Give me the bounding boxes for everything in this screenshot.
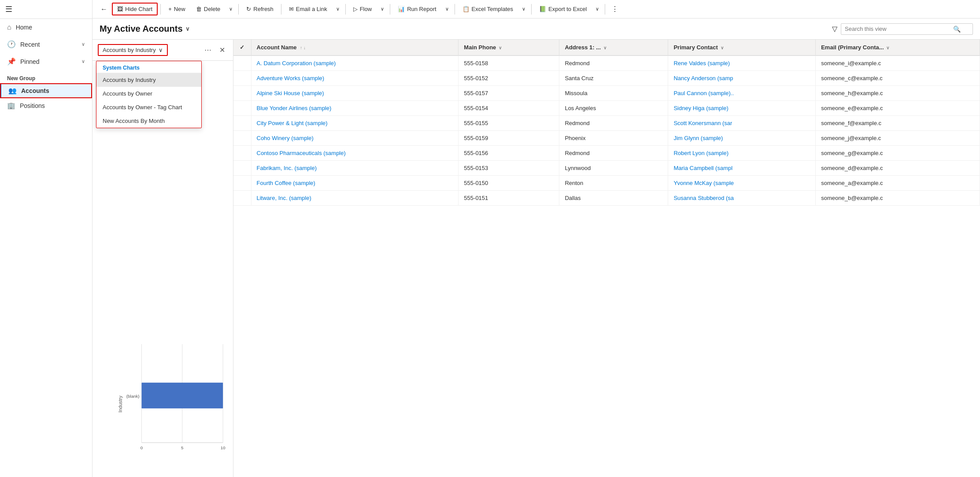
row-check-7[interactable]: [233, 161, 251, 176]
excel-templates-button[interactable]: 📋 Excel Templates: [458, 3, 518, 15]
delete-icon: 🗑: [196, 6, 202, 12]
sidebar-item-pinned[interactable]: 📌 Pinned ∨: [0, 53, 92, 70]
filter-button[interactable]: ▽: [828, 23, 841, 35]
export-chevron-icon[interactable]: ∨: [592, 4, 602, 15]
row-check-1[interactable]: [233, 71, 251, 86]
new-button[interactable]: + New: [163, 3, 190, 15]
col-address1[interactable]: Address 1: ... ∨: [559, 40, 668, 55]
refresh-label: Refresh: [253, 6, 274, 12]
row-contact-9[interactable]: Susanna Stubberod (sa: [668, 191, 816, 206]
col-main-phone[interactable]: Main Phone ∨: [459, 40, 559, 55]
toolbar-sep-1: [160, 4, 161, 15]
row-contact-0[interactable]: Rene Valdes (sample): [668, 55, 816, 71]
flow-chevron-icon[interactable]: ∨: [377, 4, 387, 15]
col-email[interactable]: Email (Primary Conta... ∨: [816, 40, 980, 55]
row-address-8: Renton: [559, 176, 668, 191]
export-excel-button[interactable]: 📗 Export to Excel: [534, 3, 592, 15]
pinned-icon: 📌: [7, 57, 16, 66]
search-box: 🔍: [841, 23, 973, 35]
row-account-name-2[interactable]: Alpine Ski House (sample): [251, 86, 459, 101]
col-address-chevron-icon[interactable]: ∨: [603, 45, 606, 50]
row-contact-3[interactable]: Sidney Higa (sample): [668, 101, 816, 116]
col-email-chevron-icon[interactable]: ∨: [886, 45, 889, 50]
col-address1-label: Address 1: ...: [565, 44, 601, 51]
row-check-0[interactable]: [233, 55, 251, 71]
svg-text:0: 0: [141, 445, 143, 450]
row-address-6: Redmond: [559, 146, 668, 161]
chart-selector[interactable]: Accounts by Industry ∨: [98, 44, 168, 56]
row-check-8[interactable]: [233, 176, 251, 191]
sidebar-item-pinned-label: Pinned: [20, 58, 40, 65]
row-phone-9: 555-0151: [459, 191, 559, 206]
excel-templates-chevron-icon[interactable]: ∨: [519, 4, 529, 15]
row-account-name-9[interactable]: Litware, Inc. (sample): [251, 191, 459, 206]
email-link-button[interactable]: ✉ Email a Link: [284, 3, 332, 15]
row-contact-5[interactable]: Jim Glynn (sample): [668, 131, 816, 146]
view-title-text: My Active Accounts: [100, 24, 183, 34]
row-account-name-6[interactable]: Contoso Pharmaceuticals (sample): [251, 146, 459, 161]
svg-text:(blank): (blank): [126, 394, 140, 399]
row-check-6[interactable]: [233, 146, 251, 161]
col-account-name[interactable]: Account Name ↑ ↓: [251, 40, 459, 55]
dropdown-item-by-owner[interactable]: Accounts by Owner: [96, 87, 201, 100]
chart-more-icon[interactable]: ⋯: [202, 45, 214, 55]
row-account-name-7[interactable]: Fabrikam, Inc. (sample): [251, 161, 459, 176]
hide-chart-icon: 🖼: [117, 6, 123, 12]
sidebar-item-positions[interactable]: 🏢 Positions: [0, 98, 92, 113]
delete-chevron-icon[interactable]: ∨: [226, 4, 236, 15]
search-input[interactable]: [845, 26, 950, 32]
col-phone-chevron-icon[interactable]: ∨: [499, 45, 502, 50]
new-icon: +: [168, 6, 172, 12]
delete-button[interactable]: 🗑 Delete: [191, 3, 226, 15]
email-link-icon: ✉: [289, 6, 294, 12]
sidebar-item-positions-label: Positions: [20, 102, 45, 109]
sidebar-item-accounts[interactable]: 👥 Accounts: [0, 83, 92, 98]
email-chevron-icon[interactable]: ∨: [333, 4, 343, 15]
sort-icon[interactable]: ↑ ↓: [300, 45, 306, 50]
row-account-name-8[interactable]: Fourth Coffee (sample): [251, 176, 459, 191]
hide-chart-button[interactable]: 🖼 Hide Chart: [112, 3, 158, 15]
col-primary-contact[interactable]: Primary Contact ∨: [668, 40, 816, 55]
row-check-2[interactable]: [233, 86, 251, 101]
hamburger-icon[interactable]: ☰: [5, 4, 12, 14]
main-area: ← 🖼 Hide Chart + New 🗑 Delete ∨ ↻ Refres…: [92, 0, 980, 477]
row-email-3: someone_e@example.c: [816, 101, 980, 116]
view-title[interactable]: My Active Accounts ∨: [100, 24, 190, 34]
row-check-4[interactable]: [233, 116, 251, 131]
dropdown-item-by-industry[interactable]: Accounts by Industry: [96, 73, 201, 87]
col-primary-contact-label: Primary Contact: [673, 44, 717, 51]
row-contact-2[interactable]: Paul Cannon (sample)..: [668, 86, 816, 101]
sidebar-item-home-label: Home: [16, 24, 32, 31]
back-button[interactable]: ←: [97, 4, 111, 15]
flow-button[interactable]: ▷ Flow: [348, 3, 377, 15]
row-contact-6[interactable]: Robert Lyon (sample): [668, 146, 816, 161]
dropdown-section-label: System Charts: [96, 61, 201, 73]
col-contact-chevron-icon[interactable]: ∨: [721, 45, 724, 50]
dropdown-item-by-owner-tag[interactable]: Accounts by Owner - Tag Chart: [96, 100, 201, 114]
refresh-button[interactable]: ↻ Refresh: [241, 3, 278, 15]
row-contact-4[interactable]: Scott Konersmann (sar: [668, 116, 816, 131]
row-account-name-5[interactable]: Coho Winery (sample): [251, 131, 459, 146]
row-account-name-4[interactable]: City Power & Light (sample): [251, 116, 459, 131]
chart-panel: Accounts by Industry ∨ ⋯ ✕ System Charts…: [92, 40, 233, 477]
run-report-button[interactable]: 📊 Run Report: [393, 3, 441, 15]
dropdown-item-by-month[interactable]: New Accounts By Month: [96, 114, 201, 128]
run-report-chevron-icon[interactable]: ∨: [442, 4, 452, 15]
sidebar-item-recent[interactable]: 🕐 Recent ∨: [0, 36, 92, 53]
toolbar-more-button[interactable]: ⋮: [608, 3, 622, 15]
row-account-name-0[interactable]: A. Datum Corporation (sample): [251, 55, 459, 71]
content-header: My Active Accounts ∨ ▽ 🔍: [92, 18, 980, 40]
row-check-9[interactable]: [233, 191, 251, 206]
sidebar-item-home[interactable]: ⌂ Home: [0, 19, 92, 36]
row-check-5[interactable]: [233, 131, 251, 146]
row-contact-1[interactable]: Nancy Anderson (samp: [668, 71, 816, 86]
chart-close-icon[interactable]: ✕: [217, 45, 228, 55]
row-account-name-1[interactable]: Adventure Works (sample): [251, 71, 459, 86]
check-all-icon[interactable]: ✓: [240, 44, 244, 51]
row-check-3[interactable]: [233, 101, 251, 116]
row-contact-8[interactable]: Yvonne McKay (sample: [668, 176, 816, 191]
svg-text:5: 5: [181, 445, 183, 450]
hide-chart-label: Hide Chart: [125, 6, 152, 12]
row-contact-7[interactable]: Maria Campbell (sampl: [668, 161, 816, 176]
row-account-name-3[interactable]: Blue Yonder Airlines (sample): [251, 101, 459, 116]
